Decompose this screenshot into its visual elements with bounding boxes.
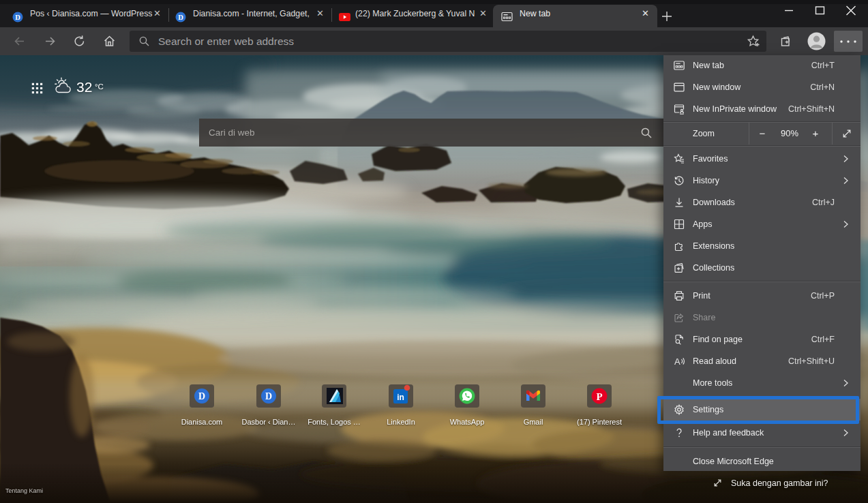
svg-text:P: P bbox=[596, 391, 602, 402]
svg-text:D: D bbox=[265, 391, 272, 401]
svg-text:D: D bbox=[178, 14, 183, 21]
svg-text:A: A bbox=[674, 356, 680, 367]
svg-text:in: in bbox=[397, 393, 404, 402]
svg-text:D: D bbox=[15, 14, 20, 21]
svg-text:D: D bbox=[198, 391, 205, 401]
